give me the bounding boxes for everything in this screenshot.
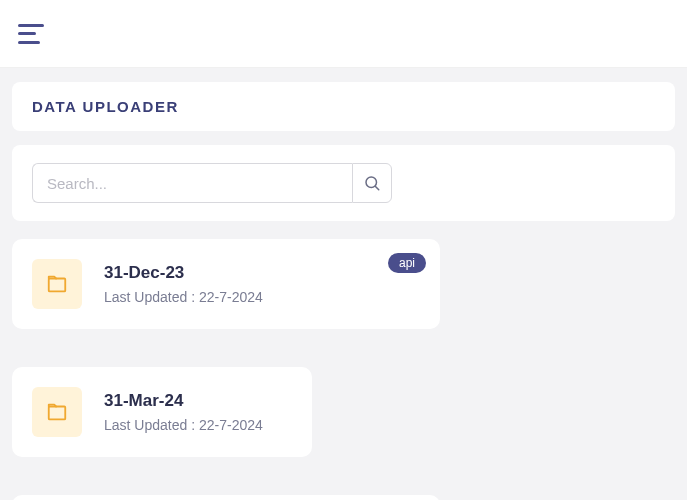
search-button[interactable] <box>352 163 392 203</box>
card-title: 31-Dec-23 <box>104 263 420 283</box>
svg-rect-2 <box>49 279 66 292</box>
folder-icon <box>46 401 68 423</box>
file-card[interactable]: 31-Dec-23 Last Updated : 22-7-2024 api <box>12 239 440 329</box>
file-card[interactable]: 31-Mar-24 Last Updated : 22-7-2024 <box>12 367 312 457</box>
card-title: 31-Mar-24 <box>104 391 292 411</box>
cards-grid: 31-Dec-23 Last Updated : 22-7-2024 api 3… <box>0 239 687 500</box>
card-subtitle: Last Updated : 22-7-2024 <box>104 417 292 433</box>
card-text: 31-Dec-23 Last Updated : 22-7-2024 <box>104 263 420 305</box>
folder-icon <box>46 273 68 295</box>
search-wrap <box>32 163 392 203</box>
search-card <box>12 145 675 221</box>
page-body: DATA UPLOADER 31-Dec-23 Last Updated : 2… <box>0 68 687 500</box>
folder-icon-box <box>32 387 82 437</box>
file-card[interactable]: 31-Dec-2024 Last Updated : 22-7-2024 api <box>12 495 440 500</box>
page-header-card: DATA UPLOADER <box>12 82 675 131</box>
svg-rect-3 <box>49 407 66 420</box>
search-input[interactable] <box>32 163 352 203</box>
folder-icon-box <box>32 259 82 309</box>
page-title: DATA UPLOADER <box>32 98 655 115</box>
svg-point-0 <box>366 177 377 188</box>
menu-icon[interactable] <box>18 24 44 44</box>
card-subtitle: Last Updated : 22-7-2024 <box>104 289 420 305</box>
topbar <box>0 0 687 68</box>
api-badge: api <box>388 253 426 273</box>
svg-line-1 <box>375 186 378 189</box>
search-icon <box>363 174 381 192</box>
card-text: 31-Mar-24 Last Updated : 22-7-2024 <box>104 391 292 433</box>
